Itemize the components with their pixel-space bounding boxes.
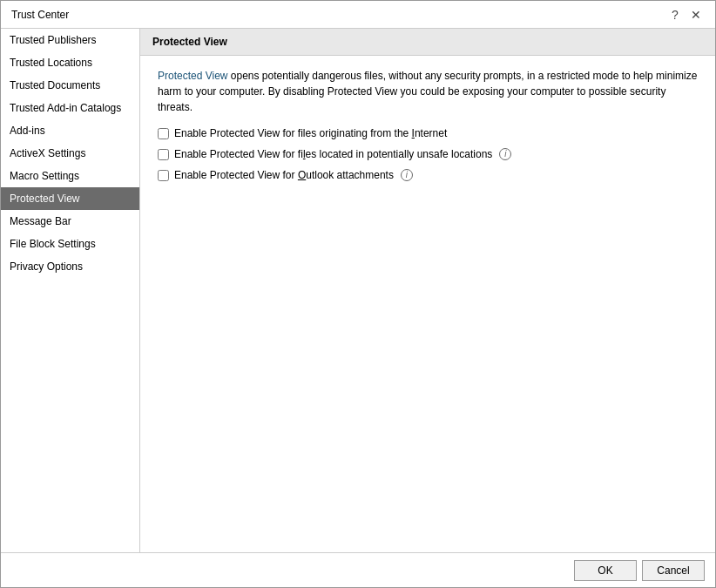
footer: OK Cancel: [1, 552, 715, 587]
sidebar-item-message-bar[interactable]: Message Bar: [1, 210, 139, 233]
sidebar-item-trusted-publishers[interactable]: Trusted Publishers: [1, 29, 139, 51]
content-area: Trusted Publishers Trusted Locations Tru…: [1, 29, 715, 552]
cancel-button[interactable]: Cancel: [642, 560, 705, 581]
dialog-title: Trust Center: [11, 9, 69, 21]
section-title: Protected View: [152, 36, 227, 48]
checkbox-outlook[interactable]: [158, 170, 169, 181]
description-highlight: Protected View: [158, 70, 228, 82]
checkbox-internet-label[interactable]: Enable Protected View for files originat…: [174, 127, 447, 139]
sidebar-item-trusted-locations[interactable]: Trusted Locations: [1, 51, 139, 74]
checkbox-group: Enable Protected View for files originat…: [158, 127, 698, 181]
underline-internet: I: [412, 127, 415, 139]
checkbox-item-internet: Enable Protected View for files originat…: [158, 127, 698, 139]
section-header: Protected View: [140, 29, 715, 56]
sidebar-item-privacy-options[interactable]: Privacy Options: [1, 255, 139, 278]
checkbox-unsafe-locations-label[interactable]: Enable Protected View for files located …: [174, 148, 492, 160]
sidebar-item-trusted-add-in-catalogs[interactable]: Trusted Add-in Catalogs: [1, 97, 139, 119]
title-bar: Trust Center ? ✕: [1, 1, 715, 29]
sidebar-item-file-block-settings[interactable]: File Block Settings: [1, 233, 139, 255]
info-icon-outlook[interactable]: i: [401, 169, 413, 181]
underline-l: l: [303, 148, 306, 160]
section-body: Protected View opens potentially dangero…: [140, 56, 715, 193]
sidebar-item-macro-settings[interactable]: Macro Settings: [1, 165, 139, 187]
close-button[interactable]: ✕: [687, 6, 705, 24]
title-bar-right: ? ✕: [666, 6, 705, 24]
trust-center-dialog: Trust Center ? ✕ Trusted Publishers Trus…: [0, 0, 716, 588]
sidebar-item-activex-settings[interactable]: ActiveX Settings: [1, 142, 139, 165]
checkbox-item-unsafe-locations: Enable Protected View for files located …: [158, 148, 698, 160]
description-body: opens potentially dangerous files, witho…: [158, 70, 697, 113]
main-content: Protected View Protected View opens pote…: [140, 29, 715, 552]
checkbox-outlook-label[interactable]: Enable Protected View for Outlook attach…: [174, 169, 394, 181]
sidebar-item-protected-view[interactable]: Protected View: [1, 187, 139, 210]
sidebar-item-trusted-documents[interactable]: Trusted Documents: [1, 74, 139, 97]
info-icon-unsafe[interactable]: i: [499, 148, 511, 160]
title-bar-left: Trust Center: [11, 9, 69, 21]
description-text: Protected View opens potentially dangero…: [158, 68, 698, 115]
checkbox-item-outlook: Enable Protected View for Outlook attach…: [158, 169, 698, 181]
checkbox-unsafe-locations[interactable]: [158, 149, 169, 160]
sidebar-item-add-ins[interactable]: Add-ins: [1, 119, 139, 142]
underline-o: O: [298, 169, 306, 181]
ok-button[interactable]: OK: [574, 560, 637, 581]
checkbox-internet[interactable]: [158, 128, 169, 139]
sidebar: Trusted Publishers Trusted Locations Tru…: [1, 29, 140, 552]
help-button[interactable]: ?: [666, 6, 684, 24]
